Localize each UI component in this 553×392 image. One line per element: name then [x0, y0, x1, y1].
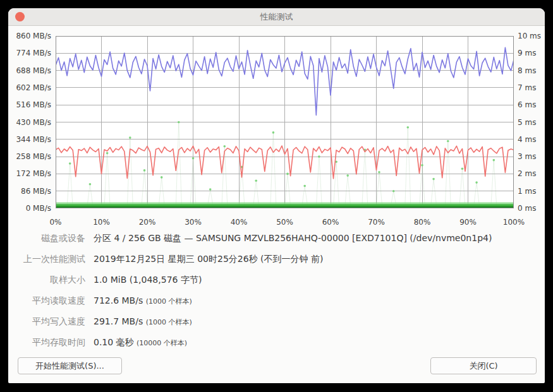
y-left-tick-label: 172 MB/s: [8, 169, 51, 178]
detail-row: 上一次性能测试 2019年12月25日 星期三 00时25分26秒 (不到一分钟…: [8, 252, 545, 266]
detail-value: 291.7 MB/s (1000 个样本): [94, 314, 540, 330]
benchmark-window: 性能测试 860 MB/s774 MB/s688 MB/s602 MB/s516…: [8, 8, 545, 383]
x-tick-label: 50%: [269, 218, 301, 227]
detail-label: 平均存取时间: [11, 335, 85, 349]
y-left-tick-label: 430 MB/s: [8, 118, 51, 127]
detail-value: 0.10 毫秒 (10000 个样本): [94, 335, 540, 350]
close-button[interactable]: 关闭(C): [430, 357, 537, 374]
detail-value: 2019年12月25日 星期三 00时25分26秒 (不到一分钟 前): [94, 252, 540, 267]
y-right-tick-label: 7 ms: [518, 83, 545, 92]
detail-row: 磁盘或设备 分区 4 / 256 GB 磁盘 — SAMSUNG MZVLB25…: [8, 231, 545, 245]
y-left-tick-label: 860 MB/s: [8, 32, 51, 40]
detail-value: 1.0 MiB (1,048,576 字节): [94, 273, 540, 288]
y-right-tick-label: 1 ms: [518, 187, 545, 196]
x-tick-label: 100%: [498, 218, 530, 227]
y-right-tick-label: 0 ms: [518, 204, 545, 213]
detail-label: 上一次性能测试: [11, 252, 85, 266]
detail-label: 取样大小: [11, 273, 85, 287]
detail-row: 平均写入速度 291.7 MB/s (1000 个样本): [8, 314, 545, 328]
titlebar: 性能测试: [8, 8, 545, 26]
y-right-tick-label: 4 ms: [518, 135, 545, 144]
x-tick-label: 60%: [315, 218, 346, 227]
x-tick-label: 10%: [86, 218, 118, 227]
detail-row: 平均读取速度 712.6 MB/s (1000 个样本): [8, 294, 545, 307]
detail-label: 平均读取速度: [11, 294, 85, 307]
y-left-tick-label: 516 MB/s: [8, 100, 51, 109]
y-right-tick-label: 8 ms: [518, 66, 545, 75]
y-right-tick-label: 3 ms: [518, 152, 545, 161]
y-left-tick-label: 344 MB/s: [8, 135, 51, 144]
x-tick-label: 90%: [453, 218, 484, 227]
y-left-tick-label: 602 MB/s: [8, 83, 51, 92]
y-right-tick-label: 10 ms: [518, 32, 545, 40]
detail-row: 平均存取时间 0.10 毫秒 (10000 个样本): [8, 335, 545, 349]
y-left-tick-label: 86 MB/s: [8, 187, 51, 196]
y-right-tick-label: 2 ms: [518, 169, 545, 178]
y-right-tick-label: 6 ms: [518, 100, 545, 109]
y-right-tick-label: 9 ms: [518, 49, 545, 57]
start-benchmark-button[interactable]: 开始性能测试(S)...: [18, 357, 122, 374]
detail-value: 712.6 MB/s (1000 个样本): [94, 294, 540, 309]
x-tick-label: 20%: [131, 218, 163, 227]
window-title: 性能测试: [8, 8, 545, 25]
x-tick-label: 40%: [223, 218, 255, 227]
benchmark-chart: [56, 36, 514, 208]
detail-value: 分区 4 / 256 GB 磁盘 — SAMSUNG MZVLB256HAHQ-…: [94, 231, 540, 246]
detail-row: 取样大小 1.0 MiB (1,048,576 字节): [8, 273, 545, 287]
y-left-tick-label: 0 MB/s: [8, 204, 51, 213]
y-right-tick-label: 5 ms: [518, 118, 545, 127]
x-tick-label: 0%: [40, 218, 71, 227]
detail-label: 磁盘或设备: [11, 231, 85, 245]
y-left-tick-label: 258 MB/s: [8, 152, 51, 161]
chart-svg: [56, 36, 514, 208]
y-left-tick-label: 688 MB/s: [8, 66, 51, 75]
y-left-tick-label: 774 MB/s: [8, 49, 51, 57]
x-tick-label: 70%: [361, 218, 392, 227]
detail-label: 平均写入速度: [11, 314, 85, 328]
x-tick-label: 30%: [178, 218, 209, 227]
x-tick-label: 80%: [406, 218, 438, 227]
